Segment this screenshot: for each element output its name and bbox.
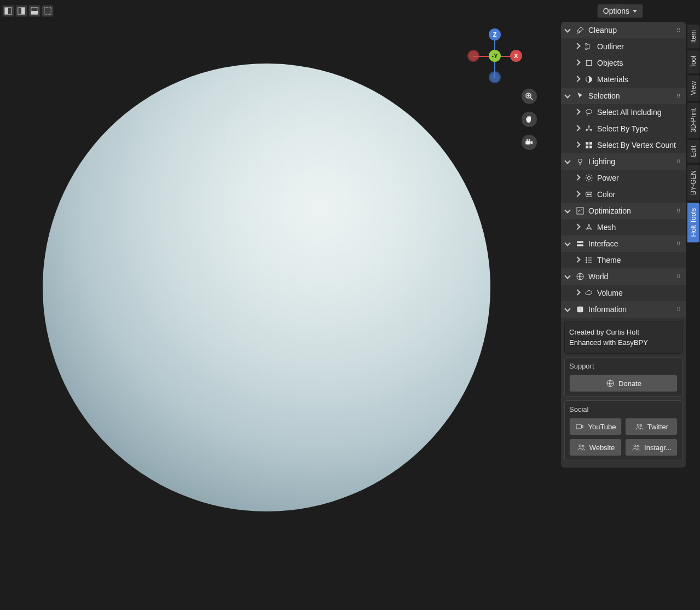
item-select-all-including[interactable]: Select All Including xyxy=(561,104,686,120)
tab-bygen[interactable]: BY-GEN xyxy=(687,164,700,201)
item-outliner[interactable]: Outliner xyxy=(561,38,686,55)
overlay-toggle-1[interactable] xyxy=(2,5,14,17)
sub-label: Theme xyxy=(597,256,621,264)
btn-label: Website xyxy=(589,444,615,452)
palette-icon xyxy=(584,189,594,199)
chevron-right-icon xyxy=(574,142,581,148)
materials-icon xyxy=(584,74,594,84)
chart-icon xyxy=(575,206,585,216)
item-objects[interactable]: Objects xyxy=(561,55,686,71)
section-world[interactable]: World ⠿ xyxy=(561,268,686,285)
info-icon xyxy=(575,304,585,314)
svg-point-48 xyxy=(640,424,642,426)
svg-point-50 xyxy=(582,445,583,447)
drag-grip-icon[interactable]: ⠿ xyxy=(676,27,681,33)
item-theme[interactable]: Theme xyxy=(561,252,686,268)
axis-gizmo[interactable]: Z X -Y xyxy=(467,28,522,83)
overlay-toggle-4[interactable] xyxy=(42,5,54,17)
svg-rect-46 xyxy=(576,424,581,429)
sub-label: Power xyxy=(597,174,619,182)
section-label: Interface xyxy=(588,239,618,248)
chevron-right-icon xyxy=(574,76,581,83)
drag-grip-icon[interactable]: ⠿ xyxy=(676,208,681,214)
section-selection[interactable]: Selection ⠿ xyxy=(561,88,686,104)
overlay-toggle-3[interactable] xyxy=(28,5,41,17)
website-button[interactable]: Website xyxy=(569,439,622,456)
mesh-sphere xyxy=(43,64,490,511)
mesh-icon xyxy=(584,222,594,232)
chevron-right-icon xyxy=(574,290,581,296)
section-label: Cleanup xyxy=(588,26,617,34)
svg-rect-37 xyxy=(577,244,583,246)
gizmo-y-neg[interactable]: -Y xyxy=(489,50,501,62)
camera-icon[interactable] xyxy=(522,135,537,150)
pan-icon[interactable] xyxy=(522,112,537,127)
svg-point-39 xyxy=(586,260,587,261)
cloud-icon xyxy=(584,288,594,298)
item-power[interactable]: Power xyxy=(561,170,686,186)
tab-holt-tools[interactable]: Holt Tools xyxy=(687,202,700,243)
info-enhanced: Enhanced with EasyBPY xyxy=(569,338,678,347)
item-mesh[interactable]: Mesh xyxy=(561,219,686,235)
item-select-by-type[interactable]: Select By Type xyxy=(561,120,686,137)
section-lighting[interactable]: Lighting ⠿ xyxy=(561,153,686,170)
svg-point-19 xyxy=(588,126,590,128)
donate-button[interactable]: Donate xyxy=(569,375,678,392)
section-interface[interactable]: Interface ⠿ xyxy=(561,235,686,252)
gizmo-z-neg[interactable] xyxy=(489,71,501,83)
chevron-down-icon xyxy=(565,208,572,214)
tab-view[interactable]: View xyxy=(687,75,700,101)
section-cleanup[interactable]: Cleanup ⠿ xyxy=(561,22,686,38)
drag-grip-icon[interactable]: ⠿ xyxy=(676,93,681,99)
drag-grip-icon[interactable]: ⠿ xyxy=(676,274,681,280)
sub-label: Select By Type xyxy=(597,124,648,133)
svg-point-5 xyxy=(527,139,528,141)
people-icon xyxy=(634,422,644,431)
svg-point-31 xyxy=(590,194,591,195)
chevron-right-icon xyxy=(574,125,581,132)
svg-point-6 xyxy=(529,139,530,141)
svg-point-43 xyxy=(580,307,581,308)
chevron-right-icon xyxy=(574,224,581,231)
svg-rect-23 xyxy=(589,142,592,145)
lasso-icon xyxy=(584,107,594,117)
item-volume[interactable]: Volume xyxy=(561,285,686,301)
svg-rect-4 xyxy=(525,141,530,145)
tab-tool[interactable]: Tool xyxy=(687,50,700,74)
gizmo-x[interactable]: X xyxy=(510,50,522,62)
drag-grip-icon[interactable]: ⠿ xyxy=(676,159,681,165)
info-author: Created by Curtis Holt xyxy=(569,328,678,336)
chevron-right-icon xyxy=(574,175,581,181)
instagram-button[interactable]: Instagr... xyxy=(625,439,678,456)
zoom-icon[interactable] xyxy=(522,89,537,104)
gizmo-x-neg[interactable] xyxy=(467,50,479,62)
options-dropdown[interactable]: Options xyxy=(597,4,643,18)
twitter-button[interactable]: Twitter xyxy=(625,418,678,435)
svg-point-26 xyxy=(578,159,582,163)
tab-edit[interactable]: Edit xyxy=(687,140,700,163)
gizmo-z[interactable]: Z xyxy=(489,28,501,41)
item-select-by-vertex[interactable]: Select By Vertex Count xyxy=(561,137,686,153)
btn-label: YouTube xyxy=(588,423,616,431)
sub-label: Volume xyxy=(597,289,623,297)
section-label: Optimization xyxy=(588,206,631,215)
outliner-icon xyxy=(584,42,594,51)
svg-rect-25 xyxy=(589,146,592,148)
svg-rect-24 xyxy=(586,146,588,148)
svg-point-49 xyxy=(579,445,581,447)
svg-point-51 xyxy=(634,445,636,447)
drag-grip-icon[interactable]: ⠿ xyxy=(676,307,681,313)
section-information[interactable]: Information ⠿ xyxy=(561,301,686,318)
tab-item[interactable]: Item xyxy=(687,24,700,49)
overlay-toggle-2[interactable] xyxy=(15,5,27,17)
item-materials[interactable]: Materials xyxy=(561,71,686,88)
section-optimization[interactable]: Optimization ⠿ xyxy=(561,203,686,219)
drag-grip-icon[interactable]: ⠿ xyxy=(676,241,681,247)
sub-label: Select By Vertex Count xyxy=(597,141,676,149)
item-color[interactable]: Color xyxy=(561,186,686,203)
tab-3dprint[interactable]: 3D-Print xyxy=(687,102,700,139)
chevron-down-icon xyxy=(565,158,572,165)
chevron-right-icon xyxy=(574,109,581,116)
svg-point-29 xyxy=(587,194,588,195)
youtube-button[interactable]: YouTube xyxy=(569,418,622,435)
